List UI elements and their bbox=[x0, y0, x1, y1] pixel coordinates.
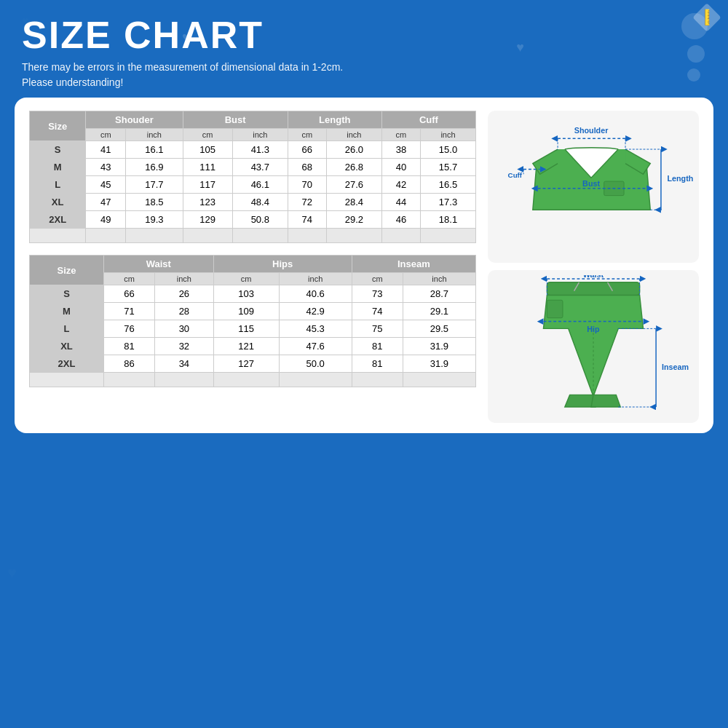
hips-cm: cm bbox=[213, 273, 279, 285]
hips-cm-cell: 103 bbox=[213, 285, 279, 303]
size-cell: XL bbox=[30, 338, 104, 355]
shoulder-cm-cell: 45 bbox=[86, 176, 126, 194]
top-table-row: 2XL 49 19.3 129 50.8 74 29.2 46 18.1 bbox=[30, 211, 476, 229]
bottom-waist-header: Waist bbox=[103, 256, 213, 273]
waist-cm-cell: 71 bbox=[103, 303, 154, 320]
bust-in-cell: 41.3 bbox=[232, 141, 288, 159]
bust-in-cell: 43.7 bbox=[232, 159, 288, 176]
shoulder-cm-cell: 47 bbox=[86, 194, 126, 211]
top-diagram-box: Shoulder Bust Length Cuff bbox=[488, 111, 699, 263]
bust-in-cell: 48.4 bbox=[232, 194, 288, 211]
waist-in-cell: 26 bbox=[155, 285, 213, 303]
shoulder-in-cell: 18.5 bbox=[126, 194, 183, 211]
top-shoulder-header: Shouder bbox=[86, 111, 183, 129]
svg-rect-17 bbox=[547, 300, 563, 317]
hips-in-cell: 50.0 bbox=[279, 355, 352, 373]
size-cell: 2XL bbox=[30, 355, 104, 373]
inseam-cm: cm bbox=[352, 273, 403, 285]
bust-inch: inch bbox=[232, 129, 288, 141]
hips-in-cell: 42.9 bbox=[279, 303, 352, 320]
hips-cm-cell: 121 bbox=[213, 338, 279, 355]
waist-in-cell: 32 bbox=[155, 338, 213, 355]
waist-in-cell: 30 bbox=[155, 320, 213, 338]
hips-in-cell: 47.6 bbox=[279, 338, 352, 355]
page-title: SIZE CHART bbox=[22, 16, 706, 54]
hips-inch: inch bbox=[279, 273, 352, 285]
bottom-diagram-box: Waist Hip Inseam bbox=[488, 270, 699, 423]
bust-in-cell: 50.8 bbox=[232, 211, 288, 229]
svg-text:Cuff: Cuff bbox=[508, 171, 523, 179]
bottom-size-header: Size bbox=[30, 256, 104, 285]
subtitle-line1: There may be errors in the measurement o… bbox=[22, 61, 343, 73]
length-in-cell: 28.4 bbox=[326, 194, 381, 211]
waist-inch: inch bbox=[155, 273, 213, 285]
length-cm-cell: 66 bbox=[288, 141, 326, 159]
inseam-in-cell: 29.5 bbox=[403, 320, 475, 338]
inseam-in-cell: 29.1 bbox=[403, 303, 475, 320]
inseam-cm-cell: 75 bbox=[352, 320, 403, 338]
bust-in-cell: 46.1 bbox=[232, 176, 288, 194]
inseam-cm-cell: 81 bbox=[352, 338, 403, 355]
bust-cm-cell: 117 bbox=[183, 176, 232, 194]
subtitle-line2: Please understanding! bbox=[22, 76, 123, 88]
length-in-cell: 26.8 bbox=[326, 159, 381, 176]
shoulder-in-cell: 19.3 bbox=[126, 211, 183, 229]
length-cm-cell: 72 bbox=[288, 194, 326, 211]
inseam-in-cell: 31.9 bbox=[403, 355, 475, 373]
waist-cm-cell: 81 bbox=[103, 338, 154, 355]
bottom-table-row: M 71 28 109 42.9 74 29.1 bbox=[30, 303, 476, 320]
size-cell: S bbox=[30, 141, 86, 159]
cuff-in-cell: 15.7 bbox=[421, 159, 476, 176]
shoulder-in-cell: 16.9 bbox=[126, 159, 183, 176]
hips-cm-cell: 109 bbox=[213, 303, 279, 320]
bust-cm: cm bbox=[183, 129, 232, 141]
inseam-inch: inch bbox=[403, 273, 475, 285]
top-table-row: S 41 16.1 105 41.3 66 26.0 38 15.0 bbox=[30, 141, 476, 159]
bottom-size-table: Size Waist Hips Inseam cm inch cm inch c… bbox=[29, 255, 476, 387]
length-in-cell: 27.6 bbox=[326, 176, 381, 194]
inseam-in-cell: 28.7 bbox=[403, 285, 475, 303]
cuff-inch: inch bbox=[421, 129, 476, 141]
length-in-cell: 29.2 bbox=[326, 211, 381, 229]
size-cell: M bbox=[30, 303, 104, 320]
top-cuff-header: Cuff bbox=[381, 111, 475, 129]
header-subtitle: There may be errors in the measurement o… bbox=[22, 60, 706, 90]
length-cm-cell: 74 bbox=[288, 211, 326, 229]
size-cell: S bbox=[30, 285, 104, 303]
waist-cm-cell: 76 bbox=[103, 320, 154, 338]
length-in-cell: 26.0 bbox=[326, 141, 381, 159]
svg-text:Waist: Waist bbox=[583, 275, 604, 279]
bottom-empty-row bbox=[30, 373, 476, 387]
tables-section: Size Shouder Bust Length Cuff cm inch cm… bbox=[29, 111, 476, 423]
shoulder-in-cell: 16.1 bbox=[126, 141, 183, 159]
top-size-header: Size bbox=[30, 111, 86, 141]
length-inch: inch bbox=[326, 129, 381, 141]
size-cell: L bbox=[30, 176, 86, 194]
cuff-in-cell: 16.5 bbox=[421, 176, 476, 194]
shoulder-inch: inch bbox=[126, 129, 183, 141]
hips-cm-cell: 115 bbox=[213, 320, 279, 338]
shoulder-cm-cell: 43 bbox=[86, 159, 126, 176]
waist-in-cell: 28 bbox=[155, 303, 213, 320]
top-empty-row bbox=[30, 229, 476, 243]
size-cell: L bbox=[30, 320, 104, 338]
top-table-row: M 43 16.9 111 43.7 68 26.8 40 15.7 bbox=[30, 159, 476, 176]
diagrams-section: Shoulder Bust Length Cuff bbox=[488, 111, 699, 423]
cuff-in-cell: 17.3 bbox=[421, 194, 476, 211]
svg-text:Shoulder: Shoulder bbox=[574, 125, 609, 134]
cuff-in-cell: 18.1 bbox=[421, 211, 476, 229]
size-cell: 2XL bbox=[30, 211, 86, 229]
cuff-cm-cell: 40 bbox=[381, 159, 420, 176]
svg-text:Inseam: Inseam bbox=[662, 363, 689, 371]
top-size-table: Size Shouder Bust Length Cuff cm inch cm… bbox=[29, 111, 476, 243]
bust-cm-cell: 105 bbox=[183, 141, 232, 159]
cuff-cm-cell: 44 bbox=[381, 194, 420, 211]
hips-cm-cell: 127 bbox=[213, 355, 279, 373]
top-table-row: XL 47 18.5 123 48.4 72 28.4 44 17.3 bbox=[30, 194, 476, 211]
size-cell: M bbox=[30, 159, 86, 176]
bottom-table-row: XL 81 32 121 47.6 81 31.9 bbox=[30, 338, 476, 355]
size-cell: XL bbox=[30, 194, 86, 211]
bottom-table-row: L 76 30 115 45.3 75 29.5 bbox=[30, 320, 476, 338]
inseam-cm-cell: 74 bbox=[352, 303, 403, 320]
cuff-in-cell: 15.0 bbox=[421, 141, 476, 159]
